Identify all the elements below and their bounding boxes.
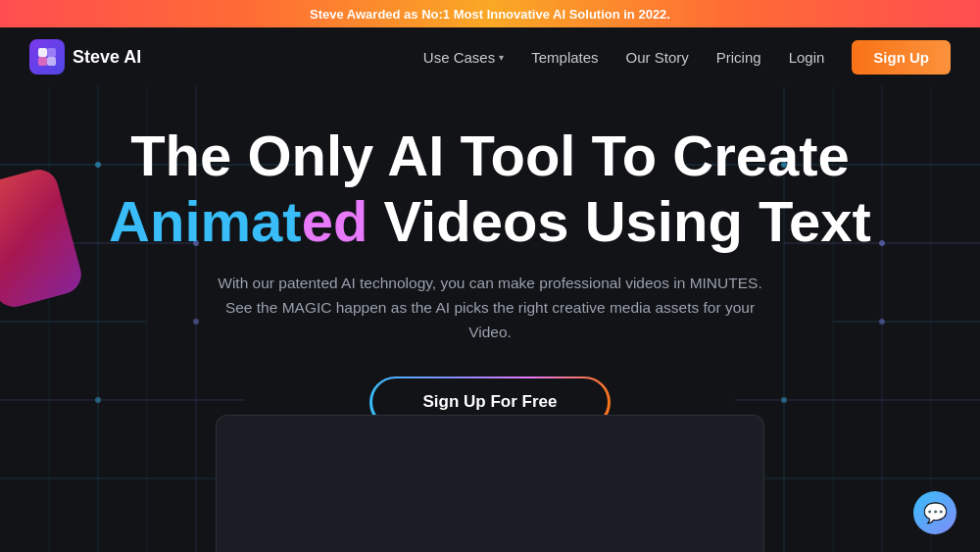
top-banner: Steve Awarded as No:1 Most Innovative AI…: [0, 0, 980, 27]
nav-use-cases[interactable]: Use Cases ▾: [423, 49, 504, 66]
nav-our-story[interactable]: Our Story: [626, 49, 689, 66]
hero-subtitle-line1: With our patented AI technology, you can…: [218, 275, 761, 291]
hero-section: The Only AI Tool To Create Animated Vide…: [0, 86, 980, 552]
nav-links: Use Cases ▾ Templates Our Story Pricing …: [423, 40, 951, 75]
nav-signup-button[interactable]: Sign Up: [852, 40, 951, 75]
svg-point-22: [95, 397, 101, 403]
logo-icon: [29, 39, 65, 75]
svg-point-21: [879, 240, 885, 246]
hero-title: The Only AI Tool To Create Animated Vide…: [109, 124, 871, 254]
svg-point-18: [95, 162, 101, 168]
svg-point-25: [879, 319, 885, 325]
svg-rect-1: [47, 48, 56, 57]
chevron-down-icon: ▾: [499, 52, 504, 63]
svg-rect-2: [38, 57, 47, 66]
nav-templates[interactable]: Templates: [531, 49, 598, 66]
svg-rect-0: [38, 48, 47, 57]
hero-title-blue: Animat: [109, 189, 302, 253]
svg-point-24: [781, 397, 787, 403]
nav-login[interactable]: Login: [789, 49, 825, 66]
chat-support-button[interactable]: 💬: [913, 491, 956, 534]
hero-animated-word: Animated: [109, 189, 383, 253]
logo-text: Steve AI: [73, 47, 141, 68]
banner-text: Steve Awarded as No:1 Most Innovative AI…: [310, 7, 670, 22]
hero-title-line1: The Only AI Tool To Create: [130, 124, 850, 187]
chat-icon: 💬: [923, 501, 948, 525]
hero-title-pink: ed: [302, 189, 368, 253]
navbar: Steve AI Use Cases ▾ Templates Our Story…: [0, 27, 980, 86]
logo[interactable]: Steve AI: [29, 39, 141, 75]
hero-title-line2: Videos Using Text: [383, 189, 870, 253]
hero-subtitle: With our patented AI technology, you can…: [216, 272, 764, 344]
nav-pricing[interactable]: Pricing: [716, 49, 761, 66]
svg-point-23: [193, 319, 199, 325]
svg-rect-3: [47, 57, 56, 66]
hero-subtitle-line2: See the MAGIC happen as the AI picks the…: [225, 299, 755, 340]
video-preview: [216, 415, 764, 552]
